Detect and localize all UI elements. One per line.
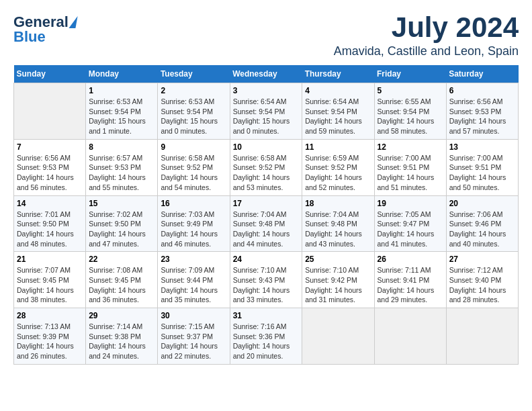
day-number: 26 [378,255,443,264]
day-info: Sunrise: 7:04 AM Sunset: 9:48 PM Dayligh… [305,210,371,249]
calendar-cell [446,308,518,365]
day-info: Sunrise: 7:10 AM Sunset: 9:42 PM Dayligh… [305,265,371,305]
weekday-header: Friday [374,65,446,83]
day-number: 18 [305,199,371,208]
day-number: 21 [17,255,83,264]
calendar-cell: 16Sunrise: 7:03 AM Sunset: 9:49 PM Dayli… [158,195,230,252]
calendar-cell: 27Sunrise: 7:12 AM Sunset: 9:40 PM Dayli… [446,252,518,308]
day-info: Sunrise: 6:56 AM Sunset: 9:53 PM Dayligh… [17,153,83,193]
day-info: Sunrise: 7:01 AM Sunset: 9:50 PM Dayligh… [17,210,83,249]
page-header: General Blue July 2024 Amavida, Castille… [13,13,519,58]
logo-blue-text: Blue [13,28,46,46]
calendar-table: SundayMondayTuesdayWednesdayThursdayFrid… [13,65,519,365]
day-info: Sunrise: 7:04 AM Sunset: 9:48 PM Dayligh… [233,210,300,249]
calendar-cell: 26Sunrise: 7:11 AM Sunset: 9:41 PM Dayli… [374,252,446,308]
day-number: 24 [233,255,300,264]
calendar-week-row: 1Sunrise: 6:53 AM Sunset: 9:54 PM Daylig… [14,83,519,140]
calendar-cell: 21Sunrise: 7:07 AM Sunset: 9:45 PM Dayli… [14,252,86,308]
weekday-header: Sunday [14,65,86,83]
weekday-header: Saturday [446,65,518,83]
month-year-title: July 2024 [334,13,519,42]
day-number: 31 [233,311,300,320]
day-number: 3 [233,86,300,95]
calendar-cell: 12Sunrise: 7:00 AM Sunset: 9:51 PM Dayli… [374,139,446,195]
calendar-cell: 11Sunrise: 6:59 AM Sunset: 9:52 PM Dayli… [302,139,374,195]
calendar-cell [374,308,446,365]
logo-icon [69,16,77,28]
calendar-cell: 25Sunrise: 7:10 AM Sunset: 9:42 PM Dayli… [302,252,374,308]
day-number: 22 [89,255,154,264]
day-number: 14 [17,199,83,208]
day-number: 12 [378,142,443,152]
calendar-cell: 6Sunrise: 6:56 AM Sunset: 9:53 PM Daylig… [446,83,518,140]
logo: General Blue [13,13,77,46]
calendar-cell: 7Sunrise: 6:56 AM Sunset: 9:53 PM Daylig… [14,139,86,195]
day-number: 19 [378,199,443,208]
day-number: 29 [89,311,154,320]
calendar-cell: 17Sunrise: 7:04 AM Sunset: 9:48 PM Dayli… [230,195,302,252]
calendar-cell [14,83,86,140]
day-number: 16 [161,199,226,208]
day-info: Sunrise: 7:09 AM Sunset: 9:44 PM Dayligh… [161,265,226,305]
calendar-cell: 5Sunrise: 6:55 AM Sunset: 9:54 PM Daylig… [374,83,446,140]
day-info: Sunrise: 6:53 AM Sunset: 9:54 PM Dayligh… [161,97,226,136]
weekday-header: Wednesday [230,65,302,83]
day-number: 11 [305,142,371,152]
day-info: Sunrise: 7:16 AM Sunset: 9:36 PM Dayligh… [233,322,300,361]
calendar-cell: 19Sunrise: 7:05 AM Sunset: 9:47 PM Dayli… [374,195,446,252]
calendar-cell: 13Sunrise: 7:00 AM Sunset: 9:51 PM Dayli… [446,139,518,195]
day-number: 20 [449,199,515,208]
day-info: Sunrise: 7:07 AM Sunset: 9:45 PM Dayligh… [17,265,83,305]
calendar-cell: 24Sunrise: 7:10 AM Sunset: 9:43 PM Dayli… [230,252,302,308]
day-number: 4 [305,86,371,95]
day-info: Sunrise: 7:08 AM Sunset: 9:45 PM Dayligh… [89,265,154,305]
calendar-cell: 9Sunrise: 6:58 AM Sunset: 9:52 PM Daylig… [158,139,230,195]
calendar-cell: 23Sunrise: 7:09 AM Sunset: 9:44 PM Dayli… [158,252,230,308]
calendar-week-row: 14Sunrise: 7:01 AM Sunset: 9:50 PM Dayli… [14,195,519,252]
calendar-cell: 1Sunrise: 6:53 AM Sunset: 9:54 PM Daylig… [86,83,158,140]
day-info: Sunrise: 7:13 AM Sunset: 9:39 PM Dayligh… [17,322,83,361]
calendar-cell [302,308,374,365]
day-info: Sunrise: 6:58 AM Sunset: 9:52 PM Dayligh… [161,153,226,193]
day-number: 30 [161,311,226,320]
calendar-week-row: 28Sunrise: 7:13 AM Sunset: 9:39 PM Dayli… [14,308,519,365]
weekday-header: Tuesday [158,65,230,83]
day-info: Sunrise: 7:05 AM Sunset: 9:47 PM Dayligh… [378,210,443,249]
calendar-week-row: 7Sunrise: 6:56 AM Sunset: 9:53 PM Daylig… [14,139,519,195]
day-number: 15 [89,199,154,208]
day-number: 28 [17,311,83,320]
day-info: Sunrise: 7:14 AM Sunset: 9:38 PM Dayligh… [89,322,154,361]
day-info: Sunrise: 6:57 AM Sunset: 9:53 PM Dayligh… [89,153,154,193]
day-number: 1 [89,86,154,95]
day-info: Sunrise: 7:00 AM Sunset: 9:51 PM Dayligh… [378,153,443,193]
title-block: July 2024 Amavida, Castille and Leon, Sp… [334,13,519,58]
day-info: Sunrise: 7:12 AM Sunset: 9:40 PM Dayligh… [449,265,515,305]
day-number: 9 [161,142,226,152]
calendar-header-row: SundayMondayTuesdayWednesdayThursdayFrid… [14,65,519,83]
calendar-cell: 8Sunrise: 6:57 AM Sunset: 9:53 PM Daylig… [86,139,158,195]
day-info: Sunrise: 7:10 AM Sunset: 9:43 PM Dayligh… [233,265,300,305]
day-info: Sunrise: 7:03 AM Sunset: 9:49 PM Dayligh… [161,210,226,249]
weekday-header: Thursday [302,65,374,83]
day-number: 25 [305,255,371,264]
day-number: 10 [233,142,300,152]
day-info: Sunrise: 6:54 AM Sunset: 9:54 PM Dayligh… [305,97,371,136]
calendar-cell: 18Sunrise: 7:04 AM Sunset: 9:48 PM Dayli… [302,195,374,252]
calendar-week-row: 21Sunrise: 7:07 AM Sunset: 9:45 PM Dayli… [14,252,519,308]
weekday-header: Monday [86,65,158,83]
day-number: 17 [233,199,300,208]
calendar-cell: 29Sunrise: 7:14 AM Sunset: 9:38 PM Dayli… [86,308,158,365]
day-info: Sunrise: 7:00 AM Sunset: 9:51 PM Dayligh… [449,153,515,193]
calendar-cell: 20Sunrise: 7:06 AM Sunset: 9:46 PM Dayli… [446,195,518,252]
calendar-cell: 10Sunrise: 6:58 AM Sunset: 9:52 PM Dayli… [230,139,302,195]
day-info: Sunrise: 7:11 AM Sunset: 9:41 PM Dayligh… [378,265,443,305]
day-number: 2 [161,86,226,95]
day-info: Sunrise: 6:55 AM Sunset: 9:54 PM Dayligh… [378,97,443,136]
day-info: Sunrise: 6:58 AM Sunset: 9:52 PM Dayligh… [233,153,300,193]
day-number: 23 [161,255,226,264]
calendar-cell: 4Sunrise: 6:54 AM Sunset: 9:54 PM Daylig… [302,83,374,140]
day-number: 7 [17,142,83,152]
day-number: 8 [89,142,154,152]
day-info: Sunrise: 6:53 AM Sunset: 9:54 PM Dayligh… [89,97,154,136]
calendar-cell: 2Sunrise: 6:53 AM Sunset: 9:54 PM Daylig… [158,83,230,140]
